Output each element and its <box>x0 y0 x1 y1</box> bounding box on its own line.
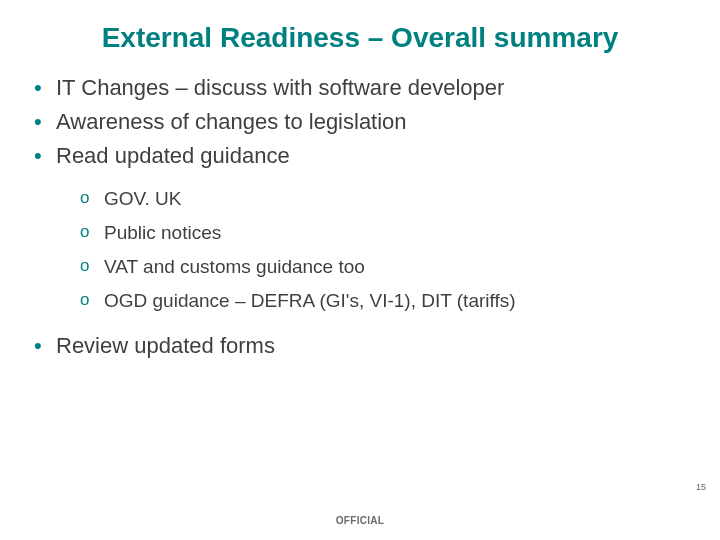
footer-classification: OFFICIAL <box>0 515 720 526</box>
bullet-icon: • <box>34 106 56 138</box>
bullet-text: OGD guidance – DEFRA (GI's, VI-1), DIT (… <box>104 284 516 318</box>
bullet-text: IT Changes – discuss with software devel… <box>56 72 504 104</box>
bullet-level1: • Review updated forms <box>34 330 680 362</box>
bullet-text: Awareness of changes to legislation <box>56 106 407 138</box>
sub-bullet-group: o GOV. UK o Public notices o VAT and cus… <box>80 182 680 319</box>
bullet-level1: • Awareness of changes to legislation <box>34 106 680 138</box>
slide: External Readiness – Overall summary • I… <box>0 0 720 540</box>
circle-icon: o <box>80 216 104 248</box>
slide-content: • IT Changes – discuss with software dev… <box>34 72 680 364</box>
circle-icon: o <box>80 250 104 282</box>
bullet-text: Read updated guidance <box>56 140 290 172</box>
circle-icon: o <box>80 182 104 214</box>
bullet-level1: • IT Changes – discuss with software dev… <box>34 72 680 104</box>
circle-icon: o <box>80 284 104 316</box>
bullet-text: GOV. UK <box>104 182 181 216</box>
bullet-text: Review updated forms <box>56 330 275 362</box>
bullet-icon: • <box>34 72 56 104</box>
slide-title: External Readiness – Overall summary <box>0 22 720 54</box>
bullet-text: Public notices <box>104 216 221 250</box>
bullet-level2: o VAT and customs guidance too <box>80 250 680 284</box>
bullet-level2: o GOV. UK <box>80 182 680 216</box>
bullet-icon: • <box>34 330 56 362</box>
page-number: 15 <box>696 482 706 492</box>
bullet-level2: o Public notices <box>80 216 680 250</box>
bullet-icon: • <box>34 140 56 172</box>
bullet-level2: o OGD guidance – DEFRA (GI's, VI-1), DIT… <box>80 284 680 318</box>
bullet-text: VAT and customs guidance too <box>104 250 365 284</box>
bullet-level1: • Read updated guidance <box>34 140 680 172</box>
